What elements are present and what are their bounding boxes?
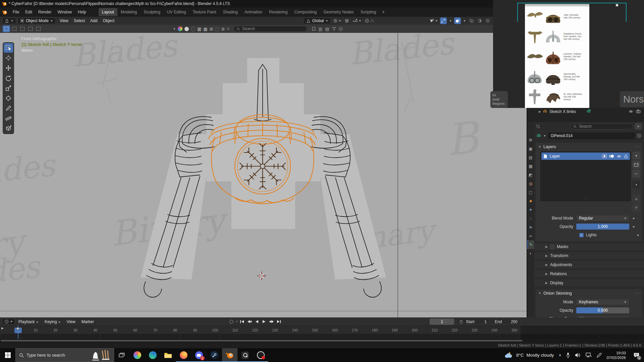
tool-annotate[interactable]: [4, 104, 13, 113]
workspace-tab[interactable]: Animation: [241, 8, 266, 16]
file-explorer-icon[interactable]: [160, 348, 176, 362]
snap-settings-dropdown[interactable]: ▼: [352, 17, 362, 24]
move-layer-up-button[interactable]: ▲: [632, 194, 640, 202]
shading-material-toggle[interactable]: [484, 17, 491, 24]
lines-icon[interactable]: ≣: [221, 26, 225, 32]
scrollbar-handle[interactable]: [1, 340, 523, 342]
timeline-menu-playback[interactable]: Playback ▼: [16, 318, 41, 325]
fake-user-shield-icon[interactable]: [637, 133, 641, 138]
add-workspace-button[interactable]: +: [380, 8, 387, 16]
properties-filter-dropdown[interactable]: ▼: [635, 123, 642, 130]
frame-end-field[interactable]: End 250: [492, 318, 521, 325]
properties-tab-collection[interactable]: ▢: [527, 188, 534, 197]
display-list-icon[interactable]: ▥: [318, 26, 322, 32]
workspace-tab[interactable]: Texture Paint: [190, 8, 220, 16]
properties-tab-world[interactable]: ◍: [527, 179, 534, 188]
tool-move[interactable]: [4, 63, 13, 73]
checkmark-shield-icon[interactable]: [339, 27, 343, 31]
edge-icon[interactable]: [145, 348, 160, 362]
firefox-icon[interactable]: [176, 348, 191, 362]
designer-app-icon[interactable]: [129, 348, 145, 362]
overlays-dropdown[interactable]: ▼: [462, 17, 467, 24]
relations-section-header[interactable]: ▶ Relations: [534, 270, 644, 278]
selection-handle[interactable]: [616, 4, 618, 6]
move-layer-down-button[interactable]: ▼: [632, 203, 640, 212]
shading-solid-toggle[interactable]: [476, 17, 483, 24]
channel-expand-icon[interactable]: ▶: [1, 326, 4, 330]
properties-tab-render[interactable]: ▣: [527, 144, 534, 153]
menu-item[interactable]: Window: [54, 8, 75, 16]
start-button[interactable]: [0, 348, 15, 362]
task-view-button[interactable]: [114, 348, 129, 362]
viewport-menu-item[interactable]: Add: [88, 17, 100, 24]
tiles-icon[interactable]: ⊞: [210, 26, 213, 32]
datablock-name-field[interactable]: GPencil.014: [548, 132, 635, 139]
menu-item[interactable]: Help: [75, 8, 89, 16]
filter-funnel-icon[interactable]: [332, 27, 336, 31]
eye-icon[interactable]: [616, 155, 622, 158]
current-frame-field[interactable]: 1: [430, 318, 454, 325]
properties-tab-output[interactable]: ▤: [527, 153, 534, 162]
select-mode-invert-button[interactable]: [27, 25, 34, 32]
animate-dot[interactable]: ●: [629, 216, 638, 221]
tool-measure[interactable]: [4, 114, 13, 123]
properties-tab-material[interactable]: ◐: [527, 249, 534, 258]
material-preview-icon[interactable]: [178, 26, 182, 31]
tool-scale[interactable]: [4, 83, 13, 93]
chevron-down-icon[interactable]: ▼: [173, 27, 176, 31]
properties-tab-physics[interactable]: ≋: [527, 223, 534, 232]
tool-cursor[interactable]: [4, 53, 13, 63]
blender-taskbar-icon[interactable]: [222, 348, 237, 362]
frame-icon[interactable]: ⬚: [215, 26, 219, 32]
properties-tab-tool[interactable]: ⚙: [527, 136, 534, 144]
remove-layer-button[interactable]: −: [632, 170, 640, 178]
clock-widget[interactable]: 19:03 07/02/2026: [606, 351, 626, 360]
timeline-menu-keying[interactable]: Keying ▼: [42, 318, 63, 325]
drag-grip-icon[interactable]: ∷∷: [635, 292, 640, 295]
viewport-3d[interactable]: Blades Blades ades ry Binary Binary des …: [0, 33, 527, 317]
tool-select-box[interactable]: [4, 43, 13, 53]
jump-to-start-button[interactable]: [239, 319, 246, 325]
frame-start-field[interactable]: Start 1: [456, 318, 490, 325]
outliner-row-sketch-x-limbs[interactable]: ▶ Sketch X limbs: [527, 108, 644, 115]
hide-eye-icon[interactable]: [629, 110, 633, 113]
add-layer-group-button[interactable]: [632, 161, 640, 169]
rows-icon[interactable]: ▩: [203, 26, 207, 32]
camera-visibility-icon[interactable]: [636, 110, 641, 113]
hash-icon[interactable]: ⌗: [227, 26, 229, 32]
select-mode-subtract-button[interactable]: [19, 25, 26, 32]
xray-toggle[interactable]: [468, 17, 475, 24]
expand-icon[interactable]: ▶: [539, 110, 541, 113]
masks-section-header[interactable]: ▶ Masks: [534, 243, 644, 251]
grid-icon[interactable]: ▦: [197, 26, 201, 32]
mode-dropdown[interactable]: Object Mode ▼: [17, 17, 56, 24]
gizmos-dropdown[interactable]: ▼: [448, 17, 453, 24]
blend-mode-dropdown[interactable]: Regular▼: [576, 215, 629, 221]
unlock-icon[interactable]: [624, 154, 628, 159]
add-layer-button[interactable]: +: [632, 152, 640, 160]
pureref-icon[interactable]: [237, 348, 253, 362]
playhead-line[interactable]: [18, 325, 18, 339]
play-reverse-button[interactable]: [254, 319, 260, 325]
workspace-tab[interactable]: Scripting: [357, 8, 380, 16]
pen-icon[interactable]: [596, 353, 602, 358]
menu-item[interactable]: Render: [35, 8, 54, 16]
layer-row-selected[interactable]: Layer: [541, 153, 630, 160]
tray-expand-icon[interactable]: ∧: [558, 353, 561, 357]
viewport-menu-item[interactable]: Object: [100, 17, 117, 24]
tool-transform[interactable]: [4, 94, 13, 103]
viewport-menu-item[interactable]: Select: [71, 17, 88, 24]
properties-search-input[interactable]: Search: [570, 123, 633, 129]
discord-icon[interactable]: 1: [191, 348, 207, 362]
select-mode-intersect-button[interactable]: [35, 25, 42, 32]
play-button[interactable]: [261, 319, 268, 325]
collapse-icon[interactable]: ▼: [538, 145, 541, 148]
animate-dot[interactable]: ●: [629, 224, 638, 229]
drag-grip-icon[interactable]: ∷∷: [635, 145, 640, 148]
reference-overlay-window[interactable]: Tjele, Denmark, Late 10th century Desjat…: [493, 0, 644, 108]
collapse-icon[interactable]: ▼: [538, 292, 541, 295]
transform-section-header[interactable]: ▶ Transform: [534, 252, 644, 260]
transform-orientation-dropdown[interactable]: Global ▼: [304, 17, 331, 24]
select-mode-set-button[interactable]: [3, 25, 10, 32]
reference-image-strip[interactable]: Tjele, Denmark, Late 10th century Desjat…: [525, 4, 589, 108]
